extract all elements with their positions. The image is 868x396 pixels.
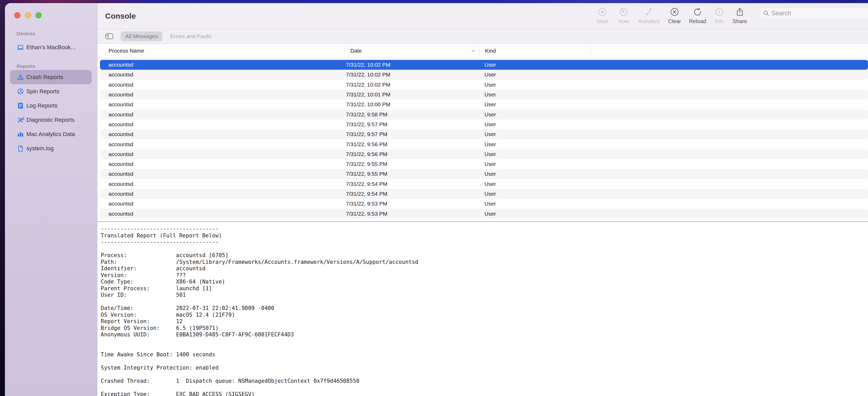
share-label: Share [733,18,747,24]
cell-process-name: accountsd [108,139,133,149]
table-row[interactable]: accountsd 7/31/22, 9:53 PM User [100,209,868,219]
table-row[interactable]: accountsd 7/31/22, 9:58 PM User [100,109,868,119]
play-circle-icon [598,7,607,17]
cell-date: 7/31/22, 10:01 PM [346,90,391,100]
activities-label: Activities [638,18,660,24]
table-row[interactable]: accountsd 7/31/22, 10:02 PM User [100,60,868,70]
cell-date: 7/31/22, 9:55 PM [346,169,388,179]
sidebar-section-devices: Devices [5,30,97,37]
reload-label: Reload [689,18,706,24]
console-window: Devices Ethan’s MacBook… Reports [5,3,868,396]
tools-icon [17,116,24,123]
sidebar-item-device[interactable]: Ethan’s MacBook… [10,41,92,54]
table-row[interactable]: accountsd 7/31/22, 10:02 PM User [100,70,868,80]
cell-process-name: accountsd [108,70,133,80]
table-row[interactable]: accountsd 7/31/22, 9:55 PM User [100,169,868,179]
cell-process-name: accountsd [108,209,133,219]
cell-process-name: accountsd [108,179,133,189]
crash-report-detail[interactable]: ------------------------------------ Tra… [97,222,868,396]
column-header-process-name[interactable]: Process Name [108,44,144,58]
warning-triangle-icon [17,74,24,81]
table-row[interactable]: accountsd 7/31/22, 10:02 PM User [100,80,868,90]
log-table: accountsd 7/31/22, 10:02 PM User account… [97,58,868,221]
x-circle-icon [670,7,679,17]
now-button[interactable]: Now [615,7,632,24]
cell-process-name: accountsd [108,90,133,100]
crash-report-text: ------------------------------------ Tra… [97,222,868,396]
sidebar-item-diagnostic-reports[interactable]: Diagnostic Reports [10,113,92,127]
tab-strip: All Messages Errors and Faults [97,29,868,44]
column-header-date[interactable]: Date [350,44,362,58]
sidebar-item-system-log[interactable]: system.log [10,141,92,155]
start-button[interactable]: Start [594,7,611,24]
cell-process-name: accountsd [108,80,133,90]
tab-errors-and-faults[interactable]: Errors and Faults [165,31,216,41]
sidebar-item-label: Ethan’s MacBook… [26,44,76,51]
table-row[interactable]: accountsd 7/31/22, 10:00 PM User [100,100,868,109]
share-button[interactable]: Share [731,7,748,24]
cell-process-name: accountsd [108,60,133,70]
sidebar-item-spin-reports[interactable]: Spin Reports [10,84,92,98]
tab-all-messages[interactable]: All Messages [121,31,162,41]
start-label: Start [597,18,608,24]
sidebar-item-label: Diagnostic Reports [26,117,74,123]
table-row[interactable]: accountsd 7/31/22, 9:57 PM User [100,129,868,139]
chevron-down-icon [471,50,475,52]
minimize-button[interactable] [25,12,31,19]
sidebar-item-label: Mac Analytics Data [26,131,75,138]
cell-kind: User [485,60,496,70]
info-label: Info [715,18,724,24]
cell-date: 7/31/22, 9:57 PM [346,129,388,139]
info-button[interactable]: Info [712,7,726,24]
cell-kind: User [485,90,496,100]
activities-squiggle-icon [645,7,653,17]
cell-kind: User [485,169,496,179]
search-input[interactable] [771,9,857,17]
sidebar-toggle-icon[interactable] [105,33,114,40]
clear-button[interactable]: Clear [666,7,683,24]
cell-kind: User [485,139,496,149]
cell-date: 7/31/22, 9:57 PM [346,119,388,129]
now-label: Now [618,18,629,24]
table-row[interactable]: accountsd 7/31/22, 9:56 PM User [100,139,868,149]
cell-date: 7/31/22, 10:00 PM [346,100,391,109]
cell-date: 7/31/22, 9:52 PM [346,219,388,221]
activities-button[interactable]: Activities [637,7,661,24]
column-header-kind[interactable]: Kind [485,44,496,58]
cell-process-name: accountsd [108,159,133,169]
sidebar-item-log-reports[interactable]: Log Reports [10,98,92,113]
info-circle-icon [715,7,724,17]
cell-date: 7/31/22, 9:55 PM [346,159,388,169]
cell-process-name: accountsd [108,199,133,209]
table-row[interactable]: accountsd 7/31/22, 9:52 PM User [100,219,868,221]
cell-kind: User [485,149,496,159]
table-row[interactable]: accountsd 7/31/22, 9:53 PM User [100,199,868,209]
journal-icon [17,102,24,109]
table-row[interactable]: accountsd 7/31/22, 9:55 PM User [100,159,868,169]
cell-process-name: accountsd [108,169,133,179]
cell-process-name: accountsd [108,219,133,221]
column-resize-handle[interactable] [344,47,345,55]
cell-kind: User [485,119,496,129]
cell-kind: User [485,219,496,221]
column-resize-handle[interactable] [591,47,591,55]
cell-process-name: accountsd [108,100,133,109]
cell-date: 7/31/22, 10:02 PM [346,60,391,70]
toolbar: Console Start [97,3,868,29]
sidebar-item-label: Spin Reports [26,88,59,95]
table-row[interactable]: accountsd 7/31/22, 9:54 PM User [100,179,868,189]
table-row[interactable]: accountsd 7/31/22, 9:57 PM User [100,119,868,129]
zoom-button[interactable] [35,12,42,19]
reload-button[interactable]: Reload [688,7,708,24]
table-row[interactable]: accountsd 7/31/22, 10:01 PM User [100,90,868,100]
close-button[interactable] [14,12,21,19]
table-row[interactable]: accountsd 7/31/22, 9:54 PM User [100,189,868,199]
search-field[interactable] [759,7,868,19]
sidebar-item-mac-analytics-data[interactable]: Mac Analytics Data [10,127,92,141]
table-header: Process Name Date Kind [97,44,868,58]
sidebar-item-crash-reports[interactable]: Crash Reports [10,70,92,84]
sidebar: Devices Ethan’s MacBook… Reports [5,3,97,396]
table-row[interactable]: accountsd 7/31/22, 9:56 PM User [100,149,868,159]
cell-kind: User [485,159,496,169]
cell-date: 7/31/22, 9:54 PM [346,179,388,189]
